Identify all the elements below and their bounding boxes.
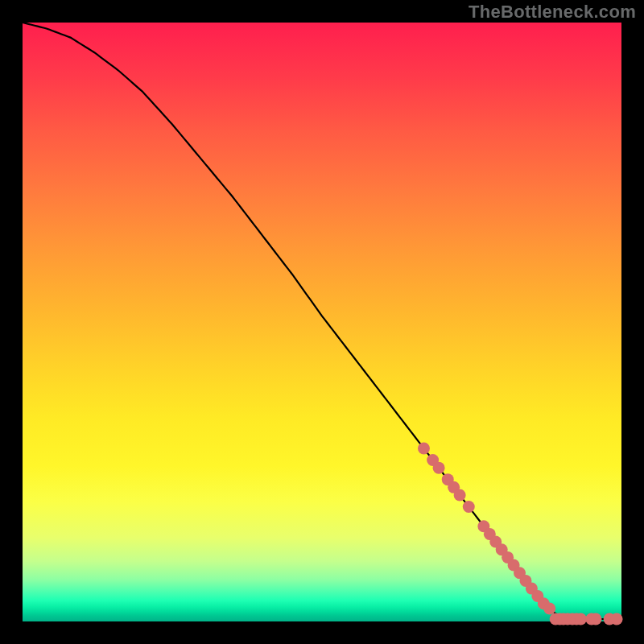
watermark-text: TheBottleneck.com [469,2,636,23]
main-curve [23,23,621,619]
data-point [454,489,466,502]
data-point [590,613,602,625]
data-points [418,442,623,625]
data-point [611,613,623,625]
data-point [575,613,587,625]
curve-svg [23,23,621,621]
data-point [418,442,430,454]
plot-area [23,23,621,621]
data-point [463,501,475,513]
data-point [543,603,555,615]
chart-frame: TheBottleneck.com [0,0,644,644]
data-point [433,462,445,474]
